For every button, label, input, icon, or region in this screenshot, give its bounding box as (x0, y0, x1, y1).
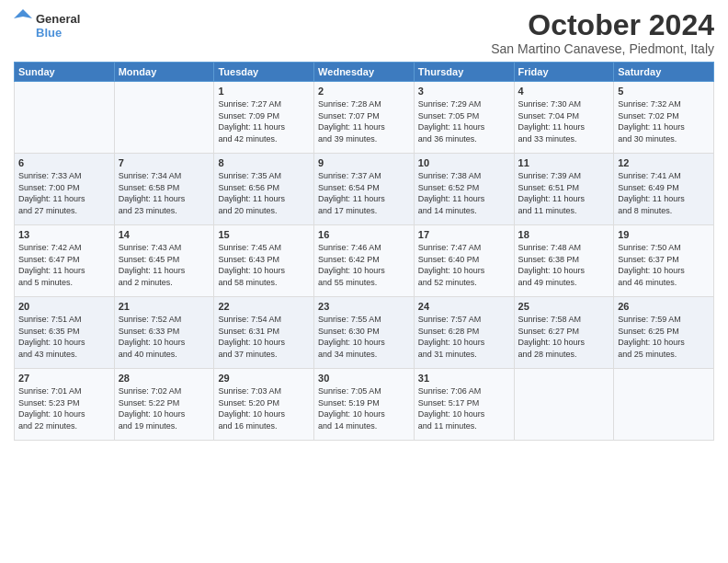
logo-bird-icon (14, 9, 32, 42)
day-number: 8 (218, 157, 310, 168)
day-number: 29 (218, 373, 310, 384)
header: General Blue October 2024 San Martino Ca… (14, 9, 714, 56)
cell-content: Sunrise: 7:41 AM Sunset: 6:49 PM Dayligh… (618, 170, 710, 216)
calendar-cell: 28Sunrise: 7:02 AM Sunset: 5:22 PM Dayli… (114, 369, 214, 441)
day-number: 20 (18, 301, 110, 312)
cell-content: Sunrise: 7:42 AM Sunset: 6:47 PM Dayligh… (18, 242, 110, 288)
month-title: October 2024 (491, 9, 714, 41)
day-number: 9 (318, 157, 410, 168)
day-number: 17 (418, 229, 510, 240)
week-row-3: 13Sunrise: 7:42 AM Sunset: 6:47 PM Dayli… (15, 225, 714, 297)
header-cell-friday: Friday (514, 63, 614, 82)
week-row-2: 6Sunrise: 7:33 AM Sunset: 7:00 PM Daylig… (15, 154, 714, 225)
cell-content: Sunrise: 7:58 AM Sunset: 6:27 PM Dayligh… (518, 314, 610, 360)
calendar-cell: 14Sunrise: 7:43 AM Sunset: 6:45 PM Dayli… (114, 225, 214, 297)
cell-content: Sunrise: 7:47 AM Sunset: 6:40 PM Dayligh… (418, 242, 510, 288)
cell-content: Sunrise: 7:57 AM Sunset: 6:28 PM Dayligh… (418, 314, 510, 360)
cell-content: Sunrise: 7:51 AM Sunset: 6:35 PM Dayligh… (18, 314, 110, 360)
logo-container: General Blue (14, 9, 80, 42)
calendar-cell (614, 369, 714, 441)
calendar-cell: 7Sunrise: 7:34 AM Sunset: 6:58 PM Daylig… (114, 154, 214, 225)
calendar-table: SundayMondayTuesdayWednesdayThursdayFrid… (14, 62, 714, 441)
calendar-cell (114, 82, 214, 154)
calendar-cell: 31Sunrise: 7:06 AM Sunset: 5:17 PM Dayli… (414, 369, 514, 441)
day-number: 24 (418, 301, 510, 312)
calendar-cell: 30Sunrise: 7:05 AM Sunset: 5:19 PM Dayli… (314, 369, 415, 441)
cell-content: Sunrise: 7:46 AM Sunset: 6:42 PM Dayligh… (318, 242, 410, 288)
logo-general: General (36, 12, 80, 26)
calendar-cell: 26Sunrise: 7:59 AM Sunset: 6:25 PM Dayli… (614, 297, 714, 369)
header-cell-sunday: Sunday (15, 63, 115, 82)
cell-content: Sunrise: 7:03 AM Sunset: 5:20 PM Dayligh… (218, 385, 310, 431)
cell-content: Sunrise: 7:05 AM Sunset: 5:19 PM Dayligh… (318, 385, 410, 431)
calendar-cell: 22Sunrise: 7:54 AM Sunset: 6:31 PM Dayli… (214, 297, 314, 369)
week-row-1: 1Sunrise: 7:27 AM Sunset: 7:09 PM Daylig… (15, 82, 714, 154)
cell-content: Sunrise: 7:50 AM Sunset: 6:37 PM Dayligh… (618, 242, 710, 288)
cell-content: Sunrise: 7:38 AM Sunset: 6:52 PM Dayligh… (418, 170, 510, 216)
cell-content: Sunrise: 7:35 AM Sunset: 6:56 PM Dayligh… (218, 170, 310, 216)
day-number: 31 (418, 373, 510, 384)
calendar-cell: 21Sunrise: 7:52 AM Sunset: 6:33 PM Dayli… (114, 297, 214, 369)
day-number: 27 (18, 373, 110, 384)
calendar-cell: 1Sunrise: 7:27 AM Sunset: 7:09 PM Daylig… (214, 82, 314, 154)
header-cell-thursday: Thursday (414, 63, 514, 82)
calendar-cell: 6Sunrise: 7:33 AM Sunset: 7:00 PM Daylig… (15, 154, 115, 225)
cell-content: Sunrise: 7:55 AM Sunset: 6:30 PM Dayligh… (318, 314, 410, 360)
cell-content: Sunrise: 7:37 AM Sunset: 6:54 PM Dayligh… (318, 170, 410, 216)
calendar-cell: 27Sunrise: 7:01 AM Sunset: 5:23 PM Dayli… (15, 369, 115, 441)
day-number: 2 (318, 86, 410, 97)
cell-content: Sunrise: 7:54 AM Sunset: 6:31 PM Dayligh… (218, 314, 310, 360)
day-number: 14 (119, 229, 210, 240)
header-cell-saturday: Saturday (614, 63, 714, 82)
cell-content: Sunrise: 7:29 AM Sunset: 7:05 PM Dayligh… (418, 98, 510, 144)
day-number: 15 (218, 229, 310, 240)
day-number: 10 (418, 157, 510, 168)
calendar-cell: 17Sunrise: 7:47 AM Sunset: 6:40 PM Dayli… (414, 225, 514, 297)
calendar-cell: 3Sunrise: 7:29 AM Sunset: 7:05 PM Daylig… (414, 82, 514, 154)
week-row-5: 27Sunrise: 7:01 AM Sunset: 5:23 PM Dayli… (15, 369, 714, 441)
cell-content: Sunrise: 7:43 AM Sunset: 6:45 PM Dayligh… (119, 242, 210, 288)
day-number: 16 (318, 229, 410, 240)
cell-content: Sunrise: 7:34 AM Sunset: 6:58 PM Dayligh… (119, 170, 210, 216)
calendar-cell: 23Sunrise: 7:55 AM Sunset: 6:30 PM Dayli… (314, 297, 415, 369)
day-number: 21 (119, 301, 210, 312)
calendar-cell: 2Sunrise: 7:28 AM Sunset: 7:07 PM Daylig… (314, 82, 415, 154)
day-number: 25 (518, 301, 610, 312)
cell-content: Sunrise: 7:52 AM Sunset: 6:33 PM Dayligh… (119, 314, 210, 360)
header-row: SundayMondayTuesdayWednesdayThursdayFrid… (15, 63, 714, 82)
calendar-cell: 8Sunrise: 7:35 AM Sunset: 6:56 PM Daylig… (214, 154, 314, 225)
calendar-cell: 24Sunrise: 7:57 AM Sunset: 6:28 PM Dayli… (414, 297, 514, 369)
calendar-cell: 5Sunrise: 7:32 AM Sunset: 7:02 PM Daylig… (614, 82, 714, 154)
calendar-cell (514, 369, 614, 441)
svg-marker-0 (14, 9, 32, 18)
logo-blue: Blue (36, 26, 80, 40)
calendar-cell: 25Sunrise: 7:58 AM Sunset: 6:27 PM Dayli… (514, 297, 614, 369)
day-number: 30 (318, 373, 410, 384)
cell-content: Sunrise: 7:32 AM Sunset: 7:02 PM Dayligh… (618, 98, 710, 144)
day-number: 13 (18, 229, 110, 240)
day-number: 4 (518, 86, 610, 97)
cell-content: Sunrise: 7:02 AM Sunset: 5:22 PM Dayligh… (119, 385, 210, 431)
day-number: 22 (218, 301, 310, 312)
calendar-cell: 11Sunrise: 7:39 AM Sunset: 6:51 PM Dayli… (514, 154, 614, 225)
calendar-cell: 4Sunrise: 7:30 AM Sunset: 7:04 PM Daylig… (514, 82, 614, 154)
header-cell-tuesday: Tuesday (214, 63, 314, 82)
location-title: San Martino Canavese, Piedmont, Italy (491, 41, 714, 56)
logo: General Blue (14, 9, 80, 42)
calendar-cell (15, 82, 115, 154)
logo-text: General Blue (36, 12, 80, 40)
cell-content: Sunrise: 7:30 AM Sunset: 7:04 PM Dayligh… (518, 98, 610, 144)
day-number: 28 (119, 373, 210, 384)
day-number: 11 (518, 157, 610, 168)
calendar-cell: 10Sunrise: 7:38 AM Sunset: 6:52 PM Dayli… (414, 154, 514, 225)
calendar-cell: 29Sunrise: 7:03 AM Sunset: 5:20 PM Dayli… (214, 369, 314, 441)
week-row-4: 20Sunrise: 7:51 AM Sunset: 6:35 PM Dayli… (15, 297, 714, 369)
calendar-cell: 20Sunrise: 7:51 AM Sunset: 6:35 PM Dayli… (15, 297, 115, 369)
title-block: October 2024 San Martino Canavese, Piedm… (491, 9, 714, 56)
cell-content: Sunrise: 7:45 AM Sunset: 6:43 PM Dayligh… (218, 242, 310, 288)
cell-content: Sunrise: 7:28 AM Sunset: 7:07 PM Dayligh… (318, 98, 410, 144)
calendar-page: General Blue October 2024 San Martino Ca… (0, 0, 728, 563)
day-number: 1 (218, 86, 310, 97)
day-number: 3 (418, 86, 510, 97)
calendar-cell: 16Sunrise: 7:46 AM Sunset: 6:42 PM Dayli… (314, 225, 415, 297)
